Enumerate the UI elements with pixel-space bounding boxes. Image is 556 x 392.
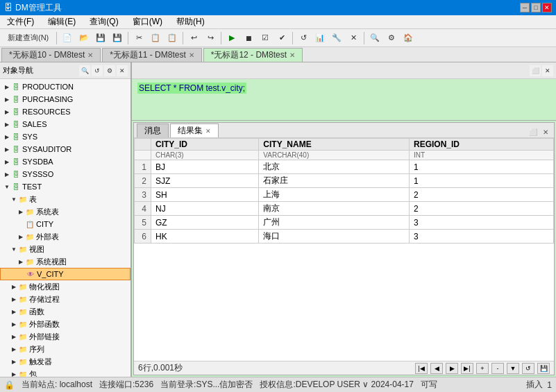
- sql-text[interactable]: SELECT * FROM test.v_city;: [137, 83, 246, 94]
- minimize-button[interactable]: ─: [520, 3, 530, 12]
- result-expand-btn[interactable]: ⬜: [528, 126, 539, 137]
- close-panel-btn[interactable]: ✕: [542, 65, 553, 76]
- tree-item-sysdba[interactable]: ▶ 🗄 SYSDBA: [0, 155, 130, 168]
- tree-item-resources[interactable]: ▶ 🗄 RESOURCES: [0, 105, 130, 118]
- tab-results-close[interactable]: ✕: [205, 128, 211, 135]
- tb-paste[interactable]: 📋: [165, 31, 180, 46]
- arrow-procedures[interactable]: ▶: [10, 295, 18, 303]
- col-cityname-header[interactable]: CITY_NAME: [259, 139, 410, 151]
- nav-refresh-btn[interactable]: ↺: [522, 363, 534, 374]
- tb-save[interactable]: 💾: [93, 31, 108, 46]
- arrow-ext-links[interactable]: ▶: [10, 332, 18, 341]
- tree-item-functions[interactable]: ▶ 📁 函数: [0, 305, 130, 318]
- arrow-views[interactable]: ▼: [10, 245, 18, 253]
- arrow-functions[interactable]: ▶: [10, 307, 18, 316]
- arrow-sales[interactable]: ▶: [3, 120, 11, 128]
- tree-item-ext-functions[interactable]: ▶ 📁 外部函数: [0, 318, 130, 330]
- tab-10[interactable]: *无标题10 - DM8test ✕: [1, 48, 101, 62]
- tree-item-tables-folder[interactable]: ▼ 📁 表: [0, 193, 130, 205]
- close-button[interactable]: ✕: [542, 3, 552, 12]
- tree-item-triggers[interactable]: ▶ 📁 触发器: [0, 355, 130, 368]
- tb-copy[interactable]: 📋: [148, 31, 163, 46]
- arrow-tables[interactable]: ▼: [10, 195, 18, 203]
- arrow-purchasing[interactable]: ▶: [3, 95, 11, 103]
- new-query-button[interactable]: 新建查询(N): [3, 31, 53, 46]
- tb-open[interactable]: 📂: [76, 31, 92, 46]
- menu-file[interactable]: 文件(F): [3, 15, 38, 28]
- left-filter-btn[interactable]: ⚙: [104, 65, 115, 76]
- arrow-sys[interactable]: ▶: [3, 133, 11, 141]
- tb-stop[interactable]: ⏹: [241, 31, 256, 46]
- tree-item-procedures[interactable]: ▶ 📁 存储过程: [0, 293, 130, 305]
- nav-save-btn[interactable]: 💾: [537, 363, 550, 374]
- menu-query[interactable]: 查询(Q): [85, 15, 122, 28]
- nav-first-btn[interactable]: |◀: [415, 363, 428, 374]
- tb-tick[interactable]: ✔: [274, 31, 289, 46]
- arrow-sysauditor[interactable]: ▶: [3, 145, 11, 153]
- tab-11[interactable]: *无标题11 - DM8test ✕: [102, 48, 201, 62]
- arrow-ext-functions[interactable]: ▶: [10, 320, 18, 328]
- tree-item-test[interactable]: ▼ 🗄 TEST: [0, 180, 130, 193]
- tree-item-sysauditor[interactable]: ▶ 🗄 SYSAUDITOR: [0, 143, 130, 155]
- tb-new[interactable]: 📄: [60, 31, 75, 46]
- tree-area[interactable]: ▶ 🗄 PRODUCTION ▶ 🗄 PURCHASING ▶ 🗄 RESOUR…: [0, 79, 130, 377]
- arrow-packages[interactable]: ▶: [10, 370, 18, 377]
- nav-filter-btn[interactable]: ▼: [507, 363, 519, 374]
- tb-refresh[interactable]: ↺: [296, 31, 311, 46]
- tab-results[interactable]: 结果集 ✕: [170, 123, 219, 137]
- arrow-production[interactable]: ▶: [3, 83, 11, 91]
- sql-editor[interactable]: SELECT * FROM test.v_city;: [132, 79, 556, 121]
- tree-item-mat-views[interactable]: ▶ 📁 物化视图: [0, 280, 130, 293]
- tree-item-production[interactable]: ▶ 🗄 PRODUCTION: [0, 80, 130, 93]
- nav-prev-btn[interactable]: ◀: [430, 363, 443, 374]
- tree-item-views-folder[interactable]: ▼ 📁 视图: [0, 243, 130, 255]
- tree-item-sys[interactable]: ▶ 🗄 SYS: [0, 130, 130, 143]
- arrow-triggers[interactable]: ▶: [10, 357, 18, 366]
- tb-home[interactable]: 🏠: [401, 31, 416, 46]
- result-close-btn[interactable]: ✕: [540, 126, 551, 137]
- maximize-panel-btn[interactable]: ⬜: [530, 65, 541, 76]
- tab-12[interactable]: *无标题12 - DM8test ✕: [203, 48, 303, 62]
- tab-11-close[interactable]: ✕: [189, 51, 194, 59]
- tree-item-city-table[interactable]: ▶ 📋 CITY: [0, 218, 130, 230]
- tree-item-syssso[interactable]: ▶ 🗄 SYSSSO: [0, 168, 130, 180]
- col-regionid-header[interactable]: REGION_ID: [410, 139, 554, 151]
- col-cityid-header[interactable]: CITY_ID: [151, 139, 259, 151]
- tree-item-packages[interactable]: ▶ 📁 包: [0, 368, 130, 377]
- tb-cut[interactable]: ✂: [131, 31, 146, 46]
- tree-item-purchasing[interactable]: ▶ 🗄 PURCHASING: [0, 93, 130, 105]
- left-refresh-btn[interactable]: ↺: [92, 65, 103, 76]
- arrow-sysdba[interactable]: ▶: [3, 157, 11, 166]
- nav-add-btn[interactable]: +: [476, 363, 489, 374]
- menu-window[interactable]: 窗口(W): [128, 15, 167, 28]
- tb-search[interactable]: 🔍: [367, 31, 382, 46]
- menu-edit[interactable]: 编辑(E): [44, 15, 80, 28]
- tree-item-external-tables[interactable]: ▶ 📁 外部表: [0, 230, 130, 243]
- maximize-button[interactable]: □: [531, 3, 541, 12]
- tb-saveall[interactable]: 💾: [110, 31, 125, 46]
- left-close-btn[interactable]: ✕: [117, 65, 128, 76]
- arrow-systables[interactable]: ▶: [17, 207, 25, 216]
- tb-tools[interactable]: 🔧: [329, 31, 344, 46]
- arrow-sequences[interactable]: ▶: [10, 345, 18, 353]
- tab-10-close[interactable]: ✕: [87, 51, 93, 59]
- tree-item-sales[interactable]: ▶ 🗄 SALES: [0, 118, 130, 130]
- tb-check[interactable]: ☑: [258, 31, 273, 46]
- arrow-syssso[interactable]: ▶: [3, 170, 11, 178]
- tab-messages[interactable]: 消息: [137, 123, 169, 137]
- menu-help[interactable]: 帮助(H): [172, 15, 209, 28]
- tb-redo[interactable]: ↪: [203, 31, 218, 46]
- tb-run[interactable]: ▶: [224, 31, 239, 46]
- tree-item-systables[interactable]: ▶ 📁 系统表: [0, 205, 130, 218]
- tree-item-sequences[interactable]: ▶ 📁 序列: [0, 343, 130, 355]
- arrow-ext-tables[interactable]: ▶: [17, 232, 25, 241]
- tree-item-sysviews[interactable]: ▶ 📁 系统视图: [0, 255, 130, 268]
- arrow-resources[interactable]: ▶: [3, 108, 11, 116]
- nav-next-btn[interactable]: ▶: [446, 363, 458, 374]
- tb-undo[interactable]: ↩: [186, 31, 201, 46]
- nav-del-btn[interactable]: -: [491, 363, 504, 374]
- tb-close[interactable]: ✕: [346, 31, 361, 46]
- tree-item-vcity[interactable]: ▶ 👁 V_CITY: [0, 268, 130, 280]
- arrow-sysviews[interactable]: ▶: [17, 257, 25, 266]
- tb-chart[interactable]: 📊: [312, 31, 328, 46]
